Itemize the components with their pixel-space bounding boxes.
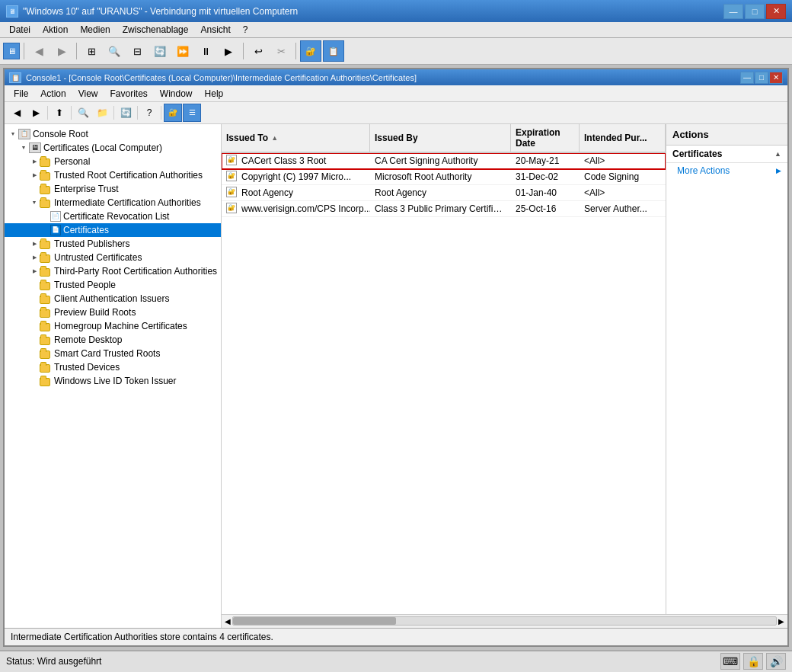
toolbar-btn-3[interactable]: ⊞	[81, 40, 102, 62]
toolbar-btn-cert1[interactable]: 🔐	[300, 40, 321, 62]
expander-intermediate-ca[interactable]	[29, 197, 40, 208]
tree-label-smart-card-trusted: Smart Card Trusted Roots	[54, 348, 160, 359]
inner-toolbar-refresh[interactable]: 🔄	[117, 104, 135, 122]
toolbar-btn-10[interactable]: ↩	[248, 40, 269, 62]
toolbar-btn-8[interactable]: ⏸	[195, 40, 216, 62]
tree-item-smart-card-trusted[interactable]: Smart Card Trusted Roots	[5, 347, 221, 360]
scroll-thumb[interactable]	[233, 617, 396, 625]
toolbar-forward-button[interactable]: ▶	[51, 40, 72, 62]
windows-live-icon	[40, 376, 52, 386]
inner-maximize-button[interactable]: □	[755, 72, 768, 84]
menu-help[interactable]: ?	[237, 23, 254, 37]
inner-close-button[interactable]: ✕	[769, 72, 783, 84]
issued-to-value-3: Root Agency	[241, 187, 293, 198]
menu-aktion[interactable]: Aktion	[37, 23, 74, 37]
tree-item-cert-revocation[interactable]: 📄 Certificate Revocation List	[5, 210, 221, 223]
toolbar-btn-4[interactable]: 🔍	[104, 40, 125, 62]
tree-item-windows-live[interactable]: Windows Live ID Token Issuer	[5, 374, 221, 388]
list-header-expiry[interactable]: Expiration Date	[511, 124, 580, 152]
horizontal-scrollbar[interactable]: ◀ ▶	[222, 614, 787, 628]
inner-toolbar-cert-view[interactable]: 🔐	[164, 104, 182, 122]
inner-toolbar-up[interactable]: ⬆	[50, 104, 69, 122]
list-cell-issued-by-2: Microsoft Root Authority	[370, 170, 511, 184]
expander-personal[interactable]	[29, 156, 40, 167]
inner-toolbar-help[interactable]: ?	[140, 104, 158, 122]
inner-toolbar-back[interactable]: ◀	[8, 104, 26, 122]
toolbar-btn-cert2[interactable]: 📋	[323, 40, 344, 62]
toolbar-btn-5[interactable]: ⊟	[126, 40, 148, 62]
inner-menu-file[interactable]: File	[8, 87, 34, 101]
list-header-intended[interactable]: Intended Pur...	[580, 124, 666, 152]
tree-item-untrusted-certs[interactable]: Untrusted Certificates	[5, 251, 221, 264]
expander-console-root[interactable]	[8, 129, 18, 139]
scroll-right-button[interactable]: ▶	[777, 617, 786, 626]
tree-item-certificates[interactable]: 📄 Certificates	[5, 223, 221, 237]
menu-medien[interactable]: Medien	[74, 23, 116, 37]
tree-item-remote-desktop[interactable]: Remote Desktop	[5, 333, 221, 347]
tree-item-preview-build[interactable]: Preview Build Roots	[5, 306, 221, 319]
toolbar-btn-9[interactable]: ▶	[218, 40, 239, 62]
list-header-issued-by[interactable]: Issued By	[370, 124, 511, 152]
tree-item-personal[interactable]: Personal	[5, 155, 221, 168]
menu-datei[interactable]: Datei	[3, 23, 37, 37]
actions-item-more[interactable]: More Actions ▶	[666, 163, 787, 178]
menu-zwischenablage[interactable]: Zwischenablage	[117, 23, 195, 37]
expander-trusted-root-ca[interactable]	[29, 170, 40, 181]
expander-trusted-devices	[29, 362, 40, 373]
toolbar-btn-7[interactable]: ⏩	[172, 40, 193, 62]
close-button[interactable]: ✕	[766, 4, 786, 19]
inner-menu-window[interactable]: Window	[154, 87, 199, 101]
tree-item-homegroup-machine[interactable]: Homegroup Machine Certificates	[5, 319, 221, 333]
tree-item-enterprise-trust[interactable]: Enterprise Trust	[5, 182, 221, 196]
actions-subheader-certificates[interactable]: Certificates ▲	[666, 146, 787, 163]
toolbar-back-button[interactable]: ◀	[28, 40, 50, 62]
scroll-left-button[interactable]: ◀	[223, 617, 232, 626]
tree-item-trusted-root-ca[interactable]: Trusted Root Certification Authorities	[5, 168, 221, 182]
list-cell-expiry-2: 31-Dec-02	[511, 170, 580, 184]
list-header-issued-to[interactable]: Issued To ▲	[222, 124, 370, 152]
list-row-4[interactable]: 🔐 www.verisign.com/CPS Incorp... Class 3…	[222, 201, 666, 217]
issued-to-label: Issued To	[226, 133, 268, 143]
list-row-2[interactable]: 🔐 Copyright (C) 1997 Micro... Microsoft …	[222, 169, 666, 185]
tree-item-console-root[interactable]: 📋 Console Root	[5, 127, 221, 141]
scroll-track[interactable]	[232, 616, 777, 626]
inner-toolbar-cert-list[interactable]: ☰	[183, 104, 201, 122]
tree-item-client-auth[interactable]: Client Authentication Issuers	[5, 292, 221, 306]
enterprise-trust-icon	[40, 184, 52, 194]
list-cell-issued-by-3: Root Agency	[370, 186, 511, 200]
tree-item-third-party-root[interactable]: Third-Party Root Certification Authoriti…	[5, 264, 221, 278]
outer-status-bar: Status: Wird ausgeführt ⌨ 🔒 🔊	[0, 650, 792, 672]
inner-toolbar-folder[interactable]: 📁	[93, 104, 111, 122]
list-cell-expiry-4: 25-Oct-16	[511, 202, 580, 216]
tree-item-trusted-people[interactable]: Trusted People	[5, 278, 221, 292]
toolbar-btn-11[interactable]: ✂	[270, 40, 292, 62]
expander-third-party-root[interactable]	[29, 266, 40, 277]
expander-certs-local[interactable]	[18, 142, 29, 153]
expander-trusted-publishers[interactable]	[29, 238, 40, 249]
inner-menu-view[interactable]: View	[72, 87, 104, 101]
inner-toolbar-forward[interactable]: ▶	[27, 104, 45, 122]
toolbar-btn-6[interactable]: 🔄	[149, 40, 171, 62]
tree-item-trusted-devices[interactable]: Trusted Devices	[5, 360, 221, 374]
list-view: Issued To ▲ Issued By Expiration Date In…	[222, 124, 666, 614]
inner-menu-favorites[interactable]: Favorites	[104, 87, 154, 101]
inner-minimize-button[interactable]: —	[740, 72, 754, 84]
minimize-button[interactable]: —	[723, 4, 743, 19]
menu-ansicht[interactable]: Ansicht	[194, 23, 236, 37]
tree-item-trusted-publishers[interactable]: Trusted Publishers	[5, 237, 221, 251]
list-row-3[interactable]: 🔐 Root Agency Root Agency 01-Jan-40 <All…	[222, 185, 666, 201]
personal-folder-icon	[40, 156, 52, 167]
actions-panel-header: Actions	[666, 124, 787, 146]
inner-toolbar: ◀ ▶ ⬆ 🔍 📁 🔄 ? 🔐 ☰	[5, 102, 787, 124]
inner-toolbar-find[interactable]: 🔍	[74, 104, 92, 122]
inner-toolbar-sep-4	[137, 106, 138, 120]
inner-menu-action[interactable]: Action	[34, 87, 72, 101]
list-row-1[interactable]: 🔐 CACert Class 3 Root CA Cert Signing Au…	[222, 153, 666, 169]
cert-icon-inner-4: 🔐	[226, 203, 237, 213]
tree-item-intermediate-ca[interactable]: Intermediate Certification Authorities	[5, 196, 221, 210]
expander-untrusted-certs[interactable]	[29, 252, 40, 263]
toolbar-separator-2	[76, 43, 77, 59]
maximize-button[interactable]: □	[745, 4, 765, 19]
inner-menu-help[interactable]: Help	[199, 87, 230, 101]
tree-item-certs-local[interactable]: 🖥 Certificates (Local Computer)	[5, 141, 221, 155]
